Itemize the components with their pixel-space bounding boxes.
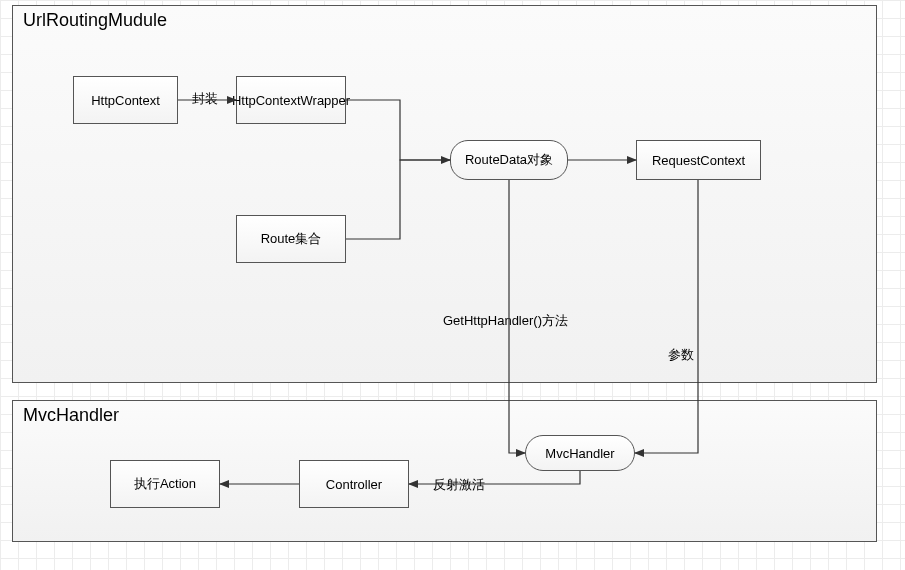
edge-label-param: 参数 — [668, 346, 694, 364]
group-title-mvc-handler: MvcHandler — [23, 405, 119, 426]
diagram-canvas: UrlRoutingMudule MvcHandler HttpContext … — [0, 0, 905, 570]
node-route-collection: Route集合 — [236, 215, 346, 263]
edge-label-wrap: 封装 — [192, 90, 218, 108]
node-route-data: RouteData对象 — [450, 140, 568, 180]
node-execute-action: 执行Action — [110, 460, 220, 508]
edge-label-reflect-activate: 反射激活 — [433, 476, 485, 494]
node-mvc-handler: MvcHandler — [525, 435, 635, 471]
node-http-context: HttpContext — [73, 76, 178, 124]
node-controller: Controller — [299, 460, 409, 508]
edge-label-get-http-handler: GetHttpHandler()方法 — [443, 312, 568, 330]
node-http-context-wrapper: HttpContextWrapper — [236, 76, 346, 124]
node-request-context: RequestContext — [636, 140, 761, 180]
group-title-url-routing: UrlRoutingMudule — [23, 10, 167, 31]
